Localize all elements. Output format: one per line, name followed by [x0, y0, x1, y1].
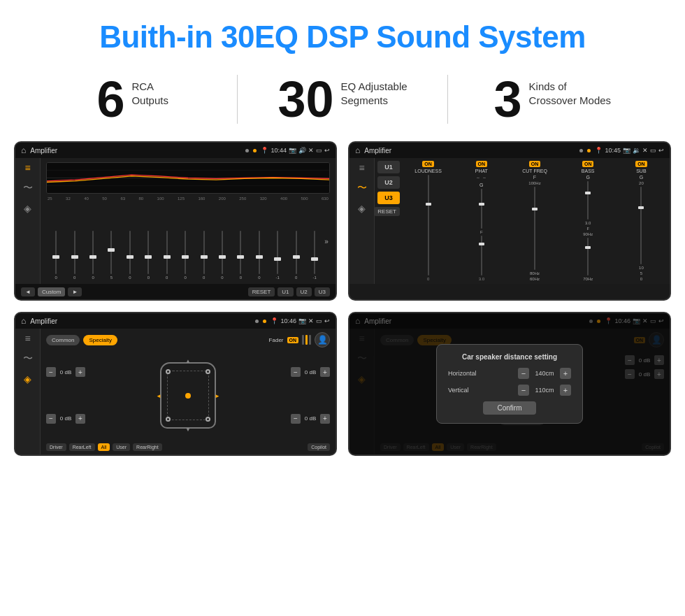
fader-dot-2	[263, 320, 266, 323]
crossover-eq-icon[interactable]: ≡	[359, 162, 364, 173]
more-icon[interactable]: »	[324, 238, 329, 245]
cutfreq-slider[interactable]	[534, 187, 535, 270]
common-tab[interactable]: Common	[46, 335, 80, 345]
fader-label: Fader	[269, 337, 284, 343]
fader-screen: ⌂ Amplifier 📍 10:46 📷 ✕ ▭ ↩ ≡ 〜 ◈	[14, 312, 337, 456]
stat-crossover: 3 Kinds of Crossover Modes	[462, 74, 643, 124]
fader-wave-icon[interactable]: 〜	[23, 352, 33, 365]
phat-freq-slider[interactable]	[481, 236, 482, 275]
db-minus-br[interactable]: −	[291, 414, 301, 424]
u2-preset[interactable]: U2	[377, 176, 400, 189]
eq-time: 10:44	[271, 147, 287, 154]
loudness-slider[interactable]	[428, 175, 429, 275]
db-plus-bl[interactable]: +	[75, 414, 85, 424]
driver-btn[interactable]: Driver	[46, 443, 66, 451]
channel-phat: ON PHAT ～～ G F 3.0	[456, 161, 507, 281]
horizontal-value: 140cm	[532, 370, 557, 377]
db-plus-tr[interactable]: +	[320, 367, 330, 377]
db-minus-tl[interactable]: −	[46, 367, 56, 377]
db-ctrl-top-right: − 0 dB +	[291, 367, 330, 377]
crossover-reset-button[interactable]: RESET	[374, 207, 400, 216]
speaker-tr	[206, 369, 210, 374]
slider-3[interactable]: 0	[85, 231, 101, 280]
rear-right-btn[interactable]: RearRight	[133, 443, 162, 451]
home-icon[interactable]: ⌂	[21, 145, 26, 155]
sidebar-eq-icon[interactable]: ≡	[24, 162, 30, 173]
crossover-status-bar: ⌂ Amplifier 📍 10:45 📷 🔉 ✕ ▭ ↩	[349, 143, 670, 158]
vertical-value: 110cm	[532, 387, 557, 394]
db-plus-tl[interactable]: +	[75, 367, 85, 377]
crossover-x-icon: ✕	[642, 147, 648, 154]
vertical-plus[interactable]: +	[560, 385, 571, 396]
fader-speaker-icon[interactable]: ◈	[24, 373, 31, 385]
speaker-bl	[166, 417, 171, 422]
slider-11[interactable]: 0	[232, 231, 249, 280]
phat-slider[interactable]	[481, 189, 482, 229]
battery-icon: ▭	[316, 147, 322, 154]
slider-1[interactable]: 0	[48, 231, 64, 280]
stat-divider-1	[237, 75, 238, 124]
fader-middle: − 0 dB + − 0 dB +	[46, 350, 330, 440]
db-minus-tr[interactable]: −	[291, 367, 301, 377]
slider-7[interactable]: 0	[159, 231, 175, 280]
slider-5[interactable]: 0	[122, 231, 138, 280]
u1-button[interactable]: U1	[277, 287, 293, 296]
u2-button[interactable]: U2	[296, 287, 312, 296]
slider-8[interactable]: 0	[177, 231, 194, 280]
slider-14[interactable]: 0	[287, 231, 304, 280]
copilot-btn[interactable]: Copilot	[308, 443, 330, 451]
back-icon[interactable]: ↩	[324, 147, 330, 154]
horizontal-minus[interactable]: −	[518, 368, 529, 379]
u3-button[interactable]: U3	[315, 287, 330, 296]
reset-button[interactable]: RESET	[248, 287, 275, 296]
horizontal-label: Horizontal	[448, 370, 477, 377]
play-button[interactable]: ►	[68, 287, 82, 296]
bass-f-slider[interactable]	[587, 238, 589, 276]
sub-slider[interactable]	[640, 187, 642, 264]
slider-9[interactable]: 0	[195, 231, 212, 280]
prev-button[interactable]: ◄	[21, 287, 35, 296]
slider-15[interactable]: -1	[306, 231, 323, 280]
vertical-minus[interactable]: −	[518, 385, 529, 396]
fader-eq-icon[interactable]: ≡	[24, 333, 30, 344]
crossover-home-icon[interactable]: ⌂	[355, 145, 360, 155]
user-btn[interactable]: User	[113, 443, 130, 451]
fader-volume-icon: ✕	[308, 317, 314, 324]
rear-left-btn[interactable]: RearLeft	[69, 443, 95, 451]
custom-button[interactable]: Custom	[38, 287, 66, 296]
crossover-wave-icon[interactable]: 〜	[357, 182, 367, 194]
crossover-sidebar: ≡ 〜 ◈	[349, 158, 375, 284]
slider-4[interactable]: 5	[103, 231, 120, 280]
crossover-back-icon[interactable]: ↩	[658, 147, 664, 154]
horizontal-plus[interactable]: +	[560, 368, 571, 379]
slider-6[interactable]: 0	[140, 231, 157, 280]
fader-home-icon[interactable]: ⌂	[21, 316, 26, 326]
db-minus-bl[interactable]: −	[46, 414, 56, 424]
eq-main-area: 25 32 40 50 63 80 100 125 160 200 250 32…	[41, 158, 336, 284]
status-dot-2	[253, 149, 257, 152]
db-plus-br[interactable]: +	[320, 414, 330, 424]
specialty-tab[interactable]: Specialty	[83, 335, 117, 345]
slider-2[interactable]: 0	[66, 231, 82, 280]
u1-preset[interactable]: U1	[377, 161, 400, 173]
bass-g-slider[interactable]	[587, 181, 589, 220]
crossover-location-icon: 📍	[595, 147, 603, 154]
sidebar-wave-icon[interactable]: 〜	[23, 182, 33, 194]
all-btn[interactable]: All	[98, 443, 110, 451]
slider-12[interactable]: 0	[251, 231, 268, 280]
crossover-volume-icon: 🔉	[633, 147, 640, 154]
confirm-button[interactable]: Confirm	[483, 401, 535, 415]
camera-icon: 📷	[289, 147, 296, 154]
db-ctrl-bottom-right: − 0 dB +	[291, 414, 330, 424]
horizontal-row: Horizontal − 140cm +	[448, 368, 571, 379]
slider-10[interactable]: 0	[214, 231, 231, 280]
u3-preset[interactable]: U3	[377, 192, 400, 204]
sidebar-speaker-icon[interactable]: ◈	[24, 203, 31, 214]
location-icon: 📍	[261, 147, 268, 154]
crossover-speaker-icon[interactable]: ◈	[358, 203, 366, 214]
eq-freq-labels: 25 32 40 50 63 80 100 125 160 200 250 32…	[46, 196, 330, 201]
db-val-tr: 0 dB	[302, 369, 319, 375]
slider-13[interactable]: -1	[269, 231, 286, 280]
user-icon[interactable]: 👤	[315, 332, 330, 348]
fader-back-icon[interactable]: ↩	[324, 317, 330, 324]
